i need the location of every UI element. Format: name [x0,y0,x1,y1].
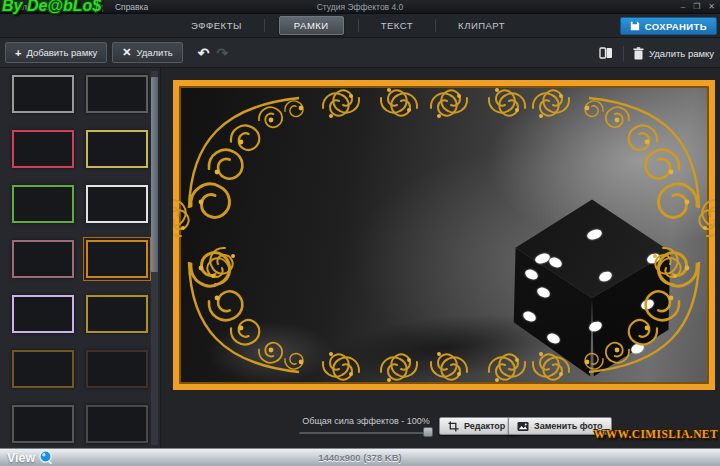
frame-thumbnail[interactable] [12,405,74,443]
undo-icon[interactable]: ↶ [198,46,210,60]
frame-thumbnail[interactable] [86,185,148,223]
frame-thumbnail[interactable] [86,295,148,333]
trash-icon [633,47,644,60]
image-size-status: 1440x900 (378 KB) [318,452,401,463]
canvas-area: Общая сила эффектов - 100% Редактор Заме… [160,68,720,448]
toolbar: + Добавить рамку ✕ Удалить ↶ ↷ Удалить р… [0,38,720,68]
slider-handle[interactable] [423,427,433,437]
plus-icon: + [15,47,21,59]
frame-thumbnail[interactable] [12,240,74,278]
view-watermark: View [7,450,54,465]
x-icon: ✕ [122,46,131,59]
crop-icon [448,421,459,432]
menu-help[interactable]: Справка [115,2,148,12]
frame-thumbnail-list [12,75,160,443]
scrollbar-thumb[interactable] [151,77,158,272]
frame-thumbnail[interactable] [86,130,148,168]
close-icon[interactable]: ✕ [708,3,715,11]
tab-text[interactable]: ТЕКСТ [373,16,421,35]
status-bar: 1440x900 (378 KB) View [0,448,720,466]
author-watermark: By De@bLo$ [2,0,101,15]
magnifier-icon [39,450,54,465]
tab-effects[interactable]: ЭФФЕКТЫ [183,16,250,35]
delete-button[interactable]: ✕ Удалить [112,42,183,63]
editor-button[interactable]: Редактор [439,417,514,435]
frame-thumbnail[interactable] [12,130,74,168]
compare-icon[interactable] [598,45,614,61]
tab-clipart[interactable]: КЛИПАРТ [450,16,513,35]
title-bar: Файл Редактор Вид Справка Студия Эффекто… [0,0,720,14]
sidebar-scrollbar[interactable] [151,71,158,445]
frame-thumbnail[interactable] [12,350,74,388]
delete-frame-button[interactable]: Удалить рамку [633,47,714,60]
tab-bar: ЭФФЕКТЫ РАМКИ ТЕКСТ КЛИПАРТ СОХРАНИТЬ [0,14,720,38]
frame-thumbnail[interactable] [86,350,148,388]
frame-thumbnail[interactable] [86,405,148,443]
site-watermark: WWW.CIMISLIA.NET [594,428,718,440]
add-frame-button[interactable]: + Добавить рамку [5,42,107,63]
effect-strength-slider[interactable] [299,431,429,434]
save-icon [630,21,640,31]
frame-thumbnail[interactable] [12,75,74,113]
frame-thumbnail[interactable] [86,75,148,113]
replace-photo-icon [517,421,529,432]
frame-thumbnail[interactable] [86,240,148,278]
effect-strength-label: Общая сила эффектов - 100% [281,416,451,426]
gold-frame-ornament [173,80,715,390]
tab-frames[interactable]: РАМКИ [279,16,344,35]
save-button[interactable]: СОХРАНИТЬ [620,17,717,35]
app-window: Файл Редактор Вид Справка Студия Эффекто… [0,0,720,466]
tab-divider [264,19,265,32]
window-controls: – ❐ ✕ [681,3,720,11]
minimize-icon[interactable]: – [681,3,685,11]
frames-sidebar [0,68,160,448]
tab-divider [358,19,359,32]
maximize-icon[interactable]: ❐ [693,3,700,11]
photo-preview[interactable] [173,80,715,390]
frame-thumbnail[interactable] [12,295,74,333]
toolbar-divider [623,46,624,61]
tab-divider [435,19,436,32]
redo-icon[interactable]: ↷ [216,46,228,60]
frame-thumbnail[interactable] [12,185,74,223]
